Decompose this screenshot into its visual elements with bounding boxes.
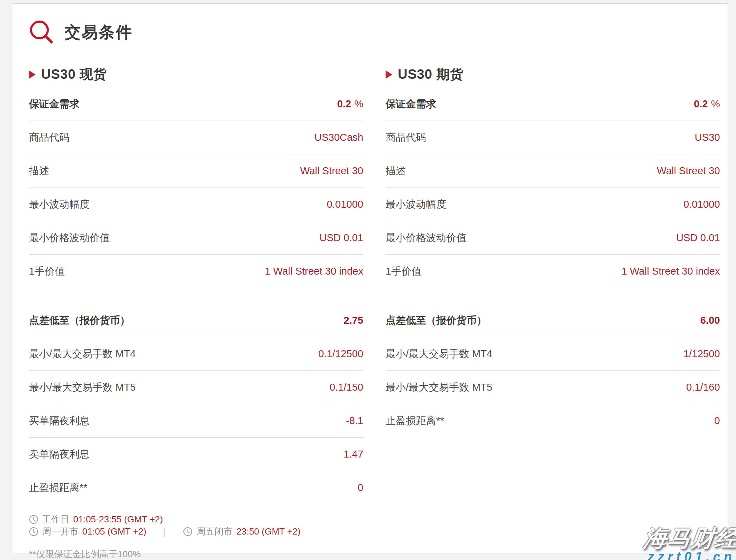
row-label: 买单隔夜利息 — [29, 414, 90, 428]
table-row: 点差低至（报价货币） 6.00 — [386, 304, 720, 337]
row-label: 卖单隔夜利息 — [29, 447, 90, 461]
row-value: -8.1 — [346, 415, 363, 427]
columns-wrapper: US30 现货 保证金需求 0.2% 商品代码 US30Cash 描述 Wall… — [29, 66, 720, 560]
page-header: 交易条件 — [29, 20, 720, 45]
row-value: 1.47 — [344, 448, 363, 460]
row-value: 1/12500 — [683, 348, 720, 360]
row-label: 点差低至（报价货币） — [386, 314, 487, 328]
clock-icon — [29, 515, 38, 524]
triangle-right-icon — [29, 70, 36, 79]
row-label: 1手价值 — [386, 264, 422, 278]
spec-table-section-1: 保证金需求 0.2% 商品代码 US30 描述 Wall Street 30 最… — [386, 87, 720, 288]
row-label: 最小/最大交易手数 MT5 — [386, 381, 492, 394]
table-row: 商品代码 US30Cash — [29, 121, 363, 154]
hours-value: 01:05 (GMT +2) — [82, 526, 146, 537]
hours-value: 01:05-23:55 (GMT +2) — [73, 514, 163, 525]
trading-hours-line: 工作日 01:05-23:55 (GMT +2) — [29, 513, 363, 526]
row-value: 0.01000 — [683, 199, 720, 210]
row-value: 2.75 — [344, 315, 363, 326]
row-value: USD 0.01 — [319, 232, 363, 244]
column-title: US30 期货 — [398, 66, 464, 83]
table-row: 1手价值 1 Wall Street 30 index — [29, 255, 363, 288]
hours-label: 周一开市 — [42, 526, 78, 538]
row-value: 6.00 — [700, 315, 720, 326]
table-row: 最小/最大交易手数 MT5 0.1/160 — [386, 371, 720, 404]
row-label: 商品代码 — [29, 131, 69, 145]
table-row: 描述 Wall Street 30 — [386, 154, 720, 188]
row-label: 最小/最大交易手数 MT4 — [29, 347, 136, 361]
row-value: 0.2% — [694, 98, 720, 110]
page-title: 交易条件 — [65, 22, 133, 43]
table-row: 点差低至（报价货币） 2.75 — [29, 304, 363, 337]
table-row: 最小价格波动价值 USD 0.01 — [386, 221, 720, 255]
row-value: 0 — [714, 415, 720, 427]
watermark-brand: 海马财经 — [643, 527, 736, 550]
footnote: **仅限保证金比例高于100% — [29, 548, 363, 560]
row-label: 描述 — [386, 164, 406, 178]
table-row: 买单隔夜利息 -8.1 — [29, 404, 363, 438]
hours-label: 工作日 — [42, 513, 69, 526]
row-label: 点差低至（报价货币） — [29, 314, 130, 328]
row-value: 0.1/160 — [686, 382, 720, 393]
row-label: 止盈损距离** — [29, 481, 88, 495]
row-value: Wall Street 30 — [300, 165, 363, 177]
table-row: 最小/最大交易手数 MT5 0.1/150 — [29, 371, 363, 404]
watermark: 海马财经 zzrt01.cn — [644, 527, 736, 560]
column-us30-futures: US30 期货 保证金需求 0.2% 商品代码 US30 描述 Wall Str… — [386, 66, 720, 560]
trading-conditions-card: 交易条件 US30 现货 保证金需求 0.2% 商品代码 US30Cash 描述 — [13, 3, 728, 553]
table-row: 最小价格波动价值 USD 0.01 — [29, 221, 363, 255]
row-value: 0.1/150 — [329, 382, 363, 393]
row-label: 止盈损距离** — [386, 414, 444, 428]
table-row: 最小波动幅度 0.01000 — [386, 188, 720, 221]
row-value: 0.01000 — [327, 199, 363, 210]
column-header: US30 期货 — [386, 66, 720, 83]
row-value: 1 Wall Street 30 index — [621, 266, 720, 277]
row-label: 最小/最大交易手数 MT4 — [386, 347, 492, 361]
table-row: 商品代码 US30 — [386, 121, 720, 154]
row-value: 0.2% — [337, 98, 363, 110]
clock-icon — [183, 527, 192, 536]
row-label: 保证金需求 — [29, 97, 79, 111]
triangle-right-icon — [386, 70, 392, 79]
table-row: 最小/最大交易手数 MT4 1/12500 — [386, 337, 720, 371]
row-value: Wall Street 30 — [657, 165, 720, 177]
table-row: 1手价值 1 Wall Street 30 index — [386, 255, 720, 288]
column-title: US30 现货 — [41, 66, 107, 83]
trading-hours: 工作日 01:05-23:55 (GMT +2) 周一开市 01:05 (GMT… — [29, 513, 363, 560]
hours-value: 23:50 (GMT +2) — [236, 526, 301, 537]
row-value: 0 — [358, 482, 363, 493]
column-header: US30 现货 — [29, 66, 363, 83]
row-label: 最小价格波动价值 — [29, 231, 110, 245]
row-label: 最小波动幅度 — [386, 198, 446, 212]
row-label: 最小价格波动价值 — [386, 231, 466, 245]
table-row: 最小/最大交易手数 MT4 0.1/12500 — [29, 337, 363, 371]
watermark-site: zzrt01.cn — [644, 550, 736, 560]
spec-table-section-1: 保证金需求 0.2% 商品代码 US30Cash 描述 Wall Street … — [29, 87, 363, 288]
separator: ｜ — [160, 526, 169, 538]
row-label: 商品代码 — [386, 131, 426, 145]
table-row: 卖单隔夜利息 1.47 — [29, 438, 363, 471]
row-label: 1手价值 — [29, 264, 65, 278]
spec-table-section-2: 点差低至（报价货币） 2.75 最小/最大交易手数 MT4 0.1/12500 … — [29, 304, 363, 504]
trading-hours-line: 周一开市 01:05 (GMT +2) ｜ 周五闭市 23:50 (GMT +2… — [29, 526, 363, 538]
column-us30-spot: US30 现货 保证金需求 0.2% 商品代码 US30Cash 描述 Wall… — [29, 66, 363, 560]
search-icon — [29, 20, 55, 45]
spec-table-section-2: 点差低至（报价货币） 6.00 最小/最大交易手数 MT4 1/12500 最小… — [386, 304, 720, 437]
table-row: 描述 Wall Street 30 — [29, 154, 363, 188]
clock-icon — [29, 527, 38, 536]
table-row: 保证金需求 0.2% — [386, 87, 720, 121]
row-label: 保证金需求 — [386, 97, 436, 111]
row-value: US30Cash — [314, 132, 363, 143]
row-value: 1 Wall Street 30 index — [265, 266, 363, 277]
row-value: US30 — [695, 132, 720, 143]
row-label: 描述 — [29, 164, 49, 178]
table-row: 止盈损距离** 0 — [386, 404, 720, 437]
table-row: 保证金需求 0.2% — [29, 87, 363, 121]
table-row: 止盈损距离** 0 — [29, 471, 363, 504]
row-label: 最小波动幅度 — [29, 198, 90, 212]
row-value: USD 0.01 — [676, 232, 720, 244]
table-row: 最小波动幅度 0.01000 — [29, 188, 363, 221]
hours-label: 周五闭市 — [196, 526, 233, 538]
row-label: 最小/最大交易手数 MT5 — [29, 381, 136, 394]
row-value: 0.1/12500 — [318, 348, 363, 360]
